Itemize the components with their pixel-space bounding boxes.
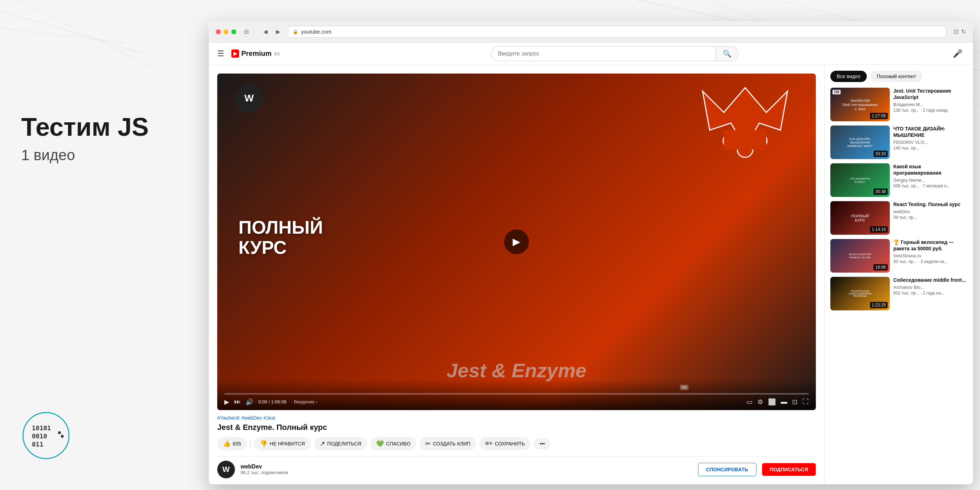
lock-icon: 🔒 bbox=[293, 29, 298, 34]
url-text: youtube.com bbox=[301, 29, 331, 35]
card-channel-2: FEDORIV VLO... bbox=[893, 140, 967, 145]
channel-avatar: W bbox=[217, 461, 235, 478]
filter-all-videos[interactable]: Все видео bbox=[830, 71, 867, 82]
progress-bar[interactable] bbox=[224, 393, 809, 395]
save-icon: ≡+ bbox=[485, 440, 493, 447]
card-meta-1: 130 тыс. пр... · 2 года назад bbox=[893, 108, 967, 113]
cast-icon[interactable]: ⊡ bbox=[792, 398, 797, 406]
channel-info: W webDev 86,2 тыс. подписчиков СПОНСИРОВ… bbox=[217, 456, 816, 483]
more-button[interactable]: ••• bbox=[534, 438, 550, 449]
channel-name[interactable]: webDev bbox=[240, 463, 692, 470]
search-button[interactable]: 🔍 bbox=[715, 46, 739, 61]
dislike-label: НЕ НРАВИТСЯ bbox=[270, 441, 305, 447]
search-input[interactable] bbox=[491, 46, 715, 61]
card-meta-3: 609 тыс. пр... · 7 месяцев н... bbox=[893, 184, 967, 189]
yt-header-actions: 🎤 bbox=[950, 47, 964, 61]
play-button[interactable]: ▶ bbox=[504, 230, 529, 254]
card-info-1: Jest. Unit Тестирование JavaScript Влади… bbox=[893, 88, 967, 121]
video-subtitle-text: Jest & Enzyme bbox=[217, 359, 816, 382]
play-pause-icon[interactable]: ▶ bbox=[224, 398, 229, 406]
thumb-duration-4: 1:14:16 bbox=[870, 226, 888, 233]
thanks-button[interactable]: 💚 СПАСИБО bbox=[371, 437, 416, 450]
minimize-button[interactable] bbox=[224, 29, 229, 34]
sidebar-card-6[interactable]: ТЕХНИЧЕСКОЕСОБЕСЕДОВАНИЕFRONTEND 1:22:25… bbox=[830, 277, 967, 311]
card-title-1: Jest. Unit Тестирование JavaScript bbox=[893, 88, 967, 100]
theater-icon[interactable]: ▬ bbox=[781, 398, 787, 406]
video-tags[interactable]: #YauhenK #webDev #Jest bbox=[217, 415, 816, 421]
video-controls: ▶ ⏭ 🔊 0:00 / 1:06:08 · Введение › ▭ ⚙ ⬜ … bbox=[217, 379, 816, 410]
like-button[interactable]: 👍 835 bbox=[217, 437, 247, 450]
card-meta-4: 39 тыс. пр... bbox=[893, 215, 967, 220]
close-button[interactable] bbox=[216, 29, 221, 34]
subscribe-button[interactable]: ПОДПИСАТЬСЯ bbox=[762, 463, 816, 476]
action-divider bbox=[250, 439, 250, 449]
sidebar-card-2[interactable]: КАК ДИЗАЙН-МЫШЛЕНИЕИЗМЕНИТ МИР? 33:33 ЧТ… bbox=[830, 125, 967, 159]
sidebar-thumb-1: VM JavaScriptUnit тестированиес Jest 1:2… bbox=[830, 88, 890, 121]
subtitles-icon[interactable]: ▭ bbox=[746, 398, 752, 406]
card-meta-5: 30 тыс. пр... · 3 недели на... bbox=[893, 259, 967, 264]
address-bar[interactable]: 🔒 youtube.com bbox=[288, 26, 946, 38]
yt-sidebar: Все видео Похожий контент VM JavaScriptU… bbox=[824, 65, 973, 484]
sidebar-toggle-button[interactable]: ⊟ bbox=[240, 26, 252, 38]
card-channel-4: webDev bbox=[893, 209, 967, 214]
refresh-icon[interactable]: ↻ bbox=[961, 28, 966, 35]
card-channel-6: Archakov Blo... bbox=[893, 285, 967, 290]
browser-chrome: ⊟ ◀ ▶ 🔒 youtube.com ⊡ ↻ bbox=[209, 21, 973, 43]
thanks-icon: 💚 bbox=[376, 440, 384, 447]
back-button[interactable]: ◀ bbox=[260, 26, 271, 38]
yt-logo[interactable]: ▶ Premium ES bbox=[231, 49, 280, 58]
forward-button[interactable]: ▶ bbox=[272, 26, 284, 38]
settings-icon[interactable]: ⚙ bbox=[757, 398, 763, 406]
sidebar-thumb-4: ПОЛНЫЙКУРС 1:14:16 bbox=[830, 201, 890, 235]
volume-icon[interactable]: 🔊 bbox=[245, 398, 253, 406]
thumb-duration-2: 33:33 bbox=[873, 151, 888, 157]
miniplayer-icon[interactable]: ⬜ bbox=[768, 398, 776, 406]
sidebar-card-5[interactable]: КРОСС-КАНТРИРАКЕТА ЗА 50К 18:06 🏆 Горный… bbox=[830, 239, 967, 273]
browser-nav: ◀ ▶ bbox=[260, 26, 284, 38]
sidebar-card-4[interactable]: ПОЛНЫЙКУРС 1:14:16 React Testing. Полный… bbox=[830, 201, 967, 235]
time-display: 0:00 / 1:06:08 bbox=[258, 399, 286, 404]
share-label: ПОДЕЛИТЬСЯ bbox=[327, 441, 361, 447]
clip-button[interactable]: ✂ СОЗДАТЬ КЛИП bbox=[420, 437, 476, 450]
video-player[interactable]: W ПОЛНЫЙКУРС ▶ bbox=[217, 73, 816, 410]
sidebar-thumb-5: КРОСС-КАНТРИРАКЕТА ЗА 50К 18:06 bbox=[830, 239, 890, 273]
yt-header: ☰ ▶ Premium ES 🔍 🎤 bbox=[209, 43, 973, 65]
chapter-display: · Введение › bbox=[291, 399, 741, 404]
card-channel-1: Владилен М... bbox=[893, 102, 967, 107]
next-icon[interactable]: ⏭ bbox=[234, 398, 240, 406]
svg-marker-17 bbox=[724, 130, 766, 141]
card-info-6: Собеседование middle front... Archakov B… bbox=[893, 277, 967, 311]
card-title-3: Какой язык программирования bbox=[893, 163, 967, 176]
dislike-icon: 👎 bbox=[260, 440, 267, 447]
logo-area: 10101 0010 011 bbox=[21, 411, 71, 462]
sponsor-button[interactable]: СПОНСИРОВАТЬ bbox=[698, 463, 756, 476]
browser-window: ⊟ ◀ ▶ 🔒 youtube.com ⊡ ↻ ☰ ▶ Premium ES bbox=[209, 21, 973, 484]
card-info-3: Какой язык программирования Sergey Neme.… bbox=[893, 163, 967, 197]
traffic-lights bbox=[216, 29, 236, 34]
sidebar-thumb-2: КАК ДИЗАЙН-МЫШЛЕНИЕИЗМЕНИТ МИР? 33:33 bbox=[830, 125, 890, 159]
yt-logo-text: Premium bbox=[241, 49, 272, 58]
controls-row: ▶ ⏭ 🔊 0:00 / 1:06:08 · Введение › ▭ ⚙ ⬜ … bbox=[224, 398, 809, 406]
card-title-2: ЧТО ТАКОЕ ДИЗАЙН-МЫШЛЕНИЕ bbox=[893, 125, 967, 138]
mic-button[interactable]: 🎤 bbox=[950, 47, 964, 61]
sidebar-card-3[interactable]: ЧТО ВЫБРАТЬВ 2022? 30:38 Какой язык прог… bbox=[830, 163, 967, 197]
card-channel-3: Sergey Neme... bbox=[893, 178, 967, 183]
share-button[interactable]: ↗ ПОДЕЛИТЬСЯ bbox=[314, 437, 367, 450]
card-title-5: 🏆 Горный велосипед — ракета за 50000 руб… bbox=[893, 239, 967, 252]
svg-point-11 bbox=[61, 435, 64, 438]
dislike-button[interactable]: 👎 НЕ НРАВИТСЯ bbox=[254, 437, 310, 450]
save-button[interactable]: ≡+ СОХРАНИТЬ bbox=[479, 437, 530, 450]
channel-meta: webDev 86,2 тыс. подписчиков bbox=[240, 463, 692, 475]
left-panel: Тестим JS 1 видео 10101 0010 011 bbox=[0, 0, 205, 490]
sidebar-card-1[interactable]: VM JavaScriptUnit тестированиес Jest 1:2… bbox=[830, 88, 967, 121]
cast-icon[interactable]: ⊡ bbox=[954, 28, 958, 35]
filter-similar-content[interactable]: Похожий контент bbox=[870, 71, 922, 82]
fullscreen-icon[interactable]: ⛶ bbox=[802, 398, 809, 406]
yt-search: 🔍 bbox=[286, 46, 943, 61]
maximize-button[interactable] bbox=[231, 29, 236, 34]
hamburger-menu-icon[interactable]: ☰ bbox=[217, 49, 224, 58]
save-label: СОХРАНИТЬ bbox=[495, 441, 525, 447]
yt-main: W ПОЛНЫЙКУРС ▶ bbox=[209, 65, 973, 484]
more-icon: ••• bbox=[539, 441, 545, 447]
like-count: 835 bbox=[233, 441, 241, 447]
